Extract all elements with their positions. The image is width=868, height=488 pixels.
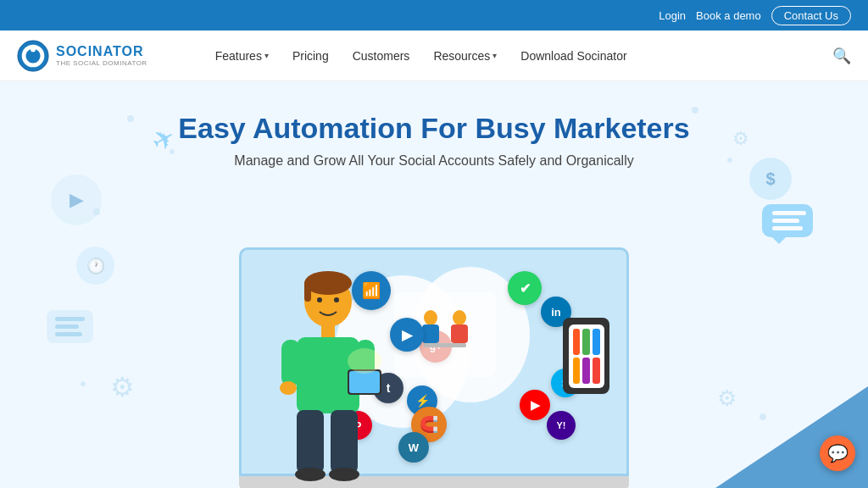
login-link[interactable]: Login: [659, 9, 686, 22]
nav-customers[interactable]: Customers: [353, 49, 410, 63]
yahoo-social-icon: Y!: [547, 411, 576, 440]
svg-point-6: [453, 310, 466, 325]
svg-point-12: [317, 297, 322, 302]
svg-point-13: [334, 297, 339, 302]
dot-deco: [127, 115, 134, 122]
chevron-down-icon: ▾: [492, 51, 497, 60]
svg-rect-5: [422, 324, 439, 343]
logo-tagline: THE SOCIAL DOMINATOR: [56, 59, 147, 67]
dollar-icon: $: [749, 158, 792, 200]
nav-links: Features ▾ Pricing Customers Resources ▾…: [215, 49, 832, 63]
hero-title: Easy Automation For Busy Marketers: [178, 112, 689, 145]
svg-point-25: [329, 468, 359, 481]
book-demo-link[interactable]: Book a demo: [696, 9, 761, 22]
person-illustration: [273, 268, 383, 471]
chat-bubble: [762, 204, 813, 237]
gear-icon: ⚙: [732, 128, 749, 150]
phone-illustration: [563, 318, 609, 394]
chevron-down-icon: ▾: [264, 51, 269, 60]
wordpress-social-icon: W: [398, 432, 429, 463]
svg-point-4: [424, 310, 437, 325]
gear-icon: ⚙: [110, 371, 135, 403]
dot-deco: [81, 381, 86, 386]
laptop-illustration: 📶 📷 t P ⚡ 🧲 g+ ✔ in ▶ S Y! W: [239, 247, 629, 488]
clock-icon: 🕐: [76, 247, 114, 285]
svg-point-20: [348, 348, 381, 374]
svg-point-21: [280, 381, 297, 395]
svg-point-24: [295, 468, 326, 481]
dot-deco: [692, 107, 698, 114]
youtube-social-icon: ▶: [520, 390, 550, 420]
nav-download[interactable]: Download Socinator: [520, 49, 626, 63]
logo-icon: [17, 40, 49, 72]
svg-point-3: [31, 47, 36, 52]
logo[interactable]: SOCINATOR THE SOCIAL DOMINATOR: [17, 40, 147, 72]
nav-features[interactable]: Features ▾: [215, 49, 269, 63]
svg-rect-7: [451, 324, 468, 343]
contact-us-button[interactable]: Contact Us: [771, 6, 851, 25]
play-social-icon: ▶: [390, 318, 424, 352]
paper-plane-icon: ✈: [146, 120, 181, 159]
hero-subtitle: Manage and Grow All Your Social Accounts…: [234, 153, 633, 169]
svg-rect-19: [349, 371, 380, 393]
dot-deco: [727, 158, 732, 163]
svg-point-10: [304, 271, 352, 295]
float-chat-button[interactable]: 💬: [820, 435, 855, 471]
svg-rect-16: [281, 340, 300, 386]
nav-pricing[interactable]: Pricing: [292, 49, 329, 63]
whatsapp-social-icon: ✔: [508, 271, 542, 305]
svg-rect-22: [297, 410, 324, 474]
svg-rect-8: [424, 343, 466, 347]
play-icon: ▶: [51, 175, 102, 225]
search-icon[interactable]: 🔍: [832, 47, 851, 65]
logo-name: SOCINATOR: [56, 44, 147, 59]
svg-rect-11: [304, 280, 311, 302]
note-bubble: [47, 310, 93, 343]
svg-rect-23: [331, 410, 358, 474]
chat-icon: 💬: [827, 443, 849, 463]
nav-resources[interactable]: Resources ▾: [433, 49, 497, 63]
hero-section: ✈ ▶ 🕐 $ ⚙ ⚙ ⚙ Easy Automation For Busy M…: [0, 81, 868, 488]
navbar: SOCINATOR THE SOCIAL DOMINATOR Features …: [0, 30, 868, 81]
logo-text: SOCINATOR THE SOCIAL DOMINATOR: [56, 44, 147, 67]
top-bar: Login Book a demo Contact Us: [0, 0, 868, 30]
